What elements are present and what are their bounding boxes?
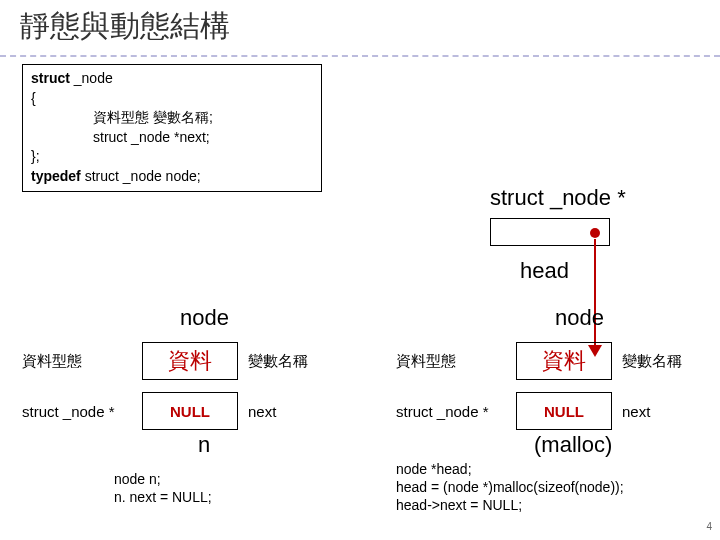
right-next-cell: NULL xyxy=(544,403,584,420)
right-code-l1: node *head; xyxy=(396,460,624,478)
left-code-l2: n. next = NULL; xyxy=(114,488,212,506)
kw-struct: struct xyxy=(31,70,70,86)
typedef-rest: struct _node node; xyxy=(81,168,201,184)
left-row-next: struct _node * NULL next xyxy=(22,392,276,430)
right-next-type: struct _node * xyxy=(396,403,516,420)
left-data-cell: 資料 xyxy=(168,346,212,376)
pointer-type-label: struct _node * xyxy=(490,185,626,211)
field-next: struct _node *next; xyxy=(31,128,313,148)
struct-definition-box: struct _node { 資料型態 變數名稱; struct _node *… xyxy=(22,64,322,192)
node-label-right: node xyxy=(555,305,604,331)
left-next-type: struct _node * xyxy=(22,403,142,420)
right-next-varname: next xyxy=(612,403,650,420)
right-code-snippet: node *head; head = (node *)malloc(sizeof… xyxy=(396,460,624,515)
head-label: head xyxy=(520,258,569,284)
right-row-data: 資料型態 資料 變數名稱 xyxy=(396,342,682,380)
right-code-l2: head = (node *)malloc(sizeof(node)); xyxy=(396,478,624,496)
left-code-snippet: node n; n. next = NULL; xyxy=(114,470,212,506)
right-caption: (malloc) xyxy=(534,432,612,458)
arrow-line xyxy=(594,239,596,349)
left-data-type: 資料型態 xyxy=(22,352,142,371)
kw-typedef: typedef xyxy=(31,168,81,184)
brace-open: { xyxy=(31,89,313,109)
right-data-varname: 變數名稱 xyxy=(612,352,682,371)
left-next-cell: NULL xyxy=(170,403,210,420)
left-row-data: 資料型態 資料 變數名稱 xyxy=(22,342,308,380)
left-code-l1: node n; xyxy=(114,470,212,488)
right-data-cell: 資料 xyxy=(542,346,586,376)
struct-name: _node xyxy=(70,70,113,86)
left-next-varname: next xyxy=(238,403,276,420)
left-caption: n xyxy=(198,432,210,458)
right-code-l3: head->next = NULL; xyxy=(396,496,624,514)
right-data-type: 資料型態 xyxy=(396,352,516,371)
field-data: 資料型態 變數名稱; xyxy=(31,108,313,128)
page-number: 4 xyxy=(706,521,712,532)
brace-close: }; xyxy=(31,147,313,167)
left-data-varname: 變數名稱 xyxy=(238,352,308,371)
node-label-left: node xyxy=(180,305,229,331)
pointer-dot-icon xyxy=(590,228,600,238)
page-title: 靜態與動態結構 xyxy=(0,0,720,57)
right-row-next: struct _node * NULL next xyxy=(396,392,650,430)
